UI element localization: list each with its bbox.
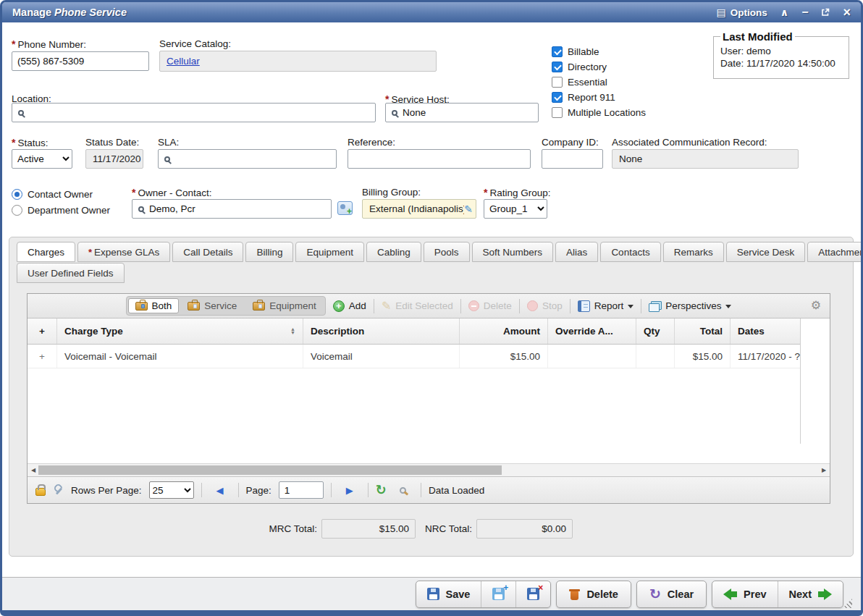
prev-next-button-group: Prev Next <box>712 581 843 608</box>
department-owner-radio[interactable] <box>12 205 22 216</box>
view-both-button[interactable]: Both <box>128 298 180 313</box>
next-page-icon[interactable]: ▶ <box>339 485 361 496</box>
briefcase-service-icon <box>188 302 200 311</box>
lock-icon[interactable] <box>35 488 46 496</box>
tab-equipment[interactable]: Equipment <box>295 242 364 262</box>
essential-checkbox[interactable] <box>552 77 563 88</box>
tab-billing[interactable]: Billing <box>245 242 293 262</box>
minimize-icon[interactable]: − <box>801 7 808 18</box>
scroll-left-icon[interactable]: ◀ <box>28 464 39 476</box>
location-field[interactable] <box>12 103 376 122</box>
next-arrow-icon <box>818 588 832 600</box>
column-header-description[interactable]: Description <box>303 318 459 344</box>
gear-icon[interactable]: ⚙ <box>811 300 821 311</box>
toolbar-separator <box>374 299 374 313</box>
save-and-new-button[interactable]: + <box>481 581 515 607</box>
report-911-checkbox[interactable] <box>552 92 563 103</box>
wrench-icon[interactable] <box>53 485 64 496</box>
prev-button[interactable]: Prev <box>712 581 777 607</box>
titlebar: Manage Phone Service ▤ Options ∧ − × <box>2 2 861 22</box>
delete-row-button[interactable]: Delete <box>468 300 512 311</box>
tab-service-desk[interactable]: Service Desk <box>726 242 806 262</box>
column-header-total[interactable]: Total <box>674 318 730 344</box>
edit-selected-button[interactable]: ✎Edit Selected <box>382 300 453 312</box>
row-expand-toggle[interactable]: + <box>28 345 56 368</box>
toolbar-separator <box>519 299 520 313</box>
column-header-override-amount[interactable]: Override A... <box>547 318 636 344</box>
rows-per-page-label: Rows Per Page: <box>71 485 142 496</box>
save-button[interactable]: Save <box>416 581 481 607</box>
stop-button[interactable]: Stop <box>527 300 563 311</box>
cell-charge-type: Voicemail - Voicemail <box>56 345 303 368</box>
tab-user-defined-fields[interactable]: User Defined Fields <box>17 263 125 283</box>
tab-contacts[interactable]: Contacts <box>600 242 660 262</box>
service-catalog-link[interactable]: Cellular <box>167 56 200 67</box>
data-loaded-status: Data Loaded <box>429 485 484 496</box>
next-button[interactable]: Next <box>778 581 843 607</box>
directory-checkbox[interactable] <box>552 62 563 72</box>
phone-number-field[interactable] <box>12 51 149 71</box>
search-icon <box>164 156 170 162</box>
tab-expense-glas[interactable]: *Expense GLAs <box>77 242 170 262</box>
add-contact-icon[interactable] <box>337 201 353 215</box>
report-911-checkbox-row: Report 911 <box>552 92 615 103</box>
page-input[interactable] <box>279 481 324 499</box>
prev-page-icon[interactable]: ◀ <box>209 485 231 496</box>
tab-soft-numbers[interactable]: Soft Numbers <box>472 242 554 262</box>
multiple-locations-checkbox[interactable] <box>552 107 563 118</box>
phone-number-label: *Phone Number: <box>12 38 86 50</box>
billable-checkbox[interactable] <box>552 46 563 57</box>
view-equipment-button[interactable]: Equipment <box>245 298 324 313</box>
tab-attachments[interactable]: Attachments <box>807 242 863 262</box>
save-new-icon: + <box>492 588 505 600</box>
perspectives-icon <box>649 301 661 311</box>
table-row[interactable]: + Voicemail - Voicemail Voicemail $15.00… <box>28 345 801 368</box>
view-service-button[interactable]: Service <box>180 298 244 313</box>
service-host-field[interactable]: None <box>385 103 539 122</box>
rows-per-page-select[interactable]: 25 <box>149 481 194 499</box>
company-id-field[interactable] <box>542 149 603 169</box>
report-button[interactable]: Report <box>578 300 634 312</box>
stop-icon <box>527 300 538 311</box>
tab-alias[interactable]: Alias <box>555 242 598 262</box>
edit-pencil-icon[interactable]: ✎ <box>464 204 473 214</box>
column-header-dates[interactable]: Dates <box>730 318 801 344</box>
popout-icon[interactable] <box>821 8 830 17</box>
add-button[interactable]: Add <box>333 300 366 312</box>
status-select[interactable]: Active <box>12 149 72 169</box>
owner-contact-field[interactable]: Demo, Pcr <box>132 199 332 219</box>
save-and-close-button[interactable]: × <box>515 581 550 607</box>
pagination-bar: Rows Per Page: 25 ◀ Page: ▶ ↻ Data Loade… <box>28 476 830 503</box>
column-header-charge-type[interactable]: Charge Type▲▼ <box>56 318 303 344</box>
tab-remarks[interactable]: Remarks <box>663 242 724 262</box>
search-grid-icon[interactable] <box>400 487 406 494</box>
scroll-right-icon[interactable]: ▶ <box>818 464 830 476</box>
collapse-icon[interactable]: ∧ <box>780 7 788 17</box>
scrollbar-thumb[interactable] <box>38 465 502 475</box>
contact-owner-radio[interactable] <box>12 189 22 200</box>
options-button[interactable]: ▤ Options <box>717 7 767 18</box>
close-icon[interactable]: × <box>843 6 851 19</box>
tab-cabling[interactable]: Cabling <box>366 242 421 262</box>
tab-pools[interactable]: Pools <box>424 242 470 262</box>
pager-separator <box>331 483 332 497</box>
delete-button[interactable]: Delete <box>556 581 631 608</box>
rating-group-select[interactable]: Group_1 <box>484 199 547 219</box>
sla-field[interactable] <box>158 149 337 169</box>
tab-charges[interactable]: Charges <box>17 242 75 262</box>
tab-call-details[interactable]: Call Details <box>172 242 243 262</box>
perspectives-button[interactable]: Perspectives <box>649 300 731 311</box>
last-modified-panel: Last Modified User: demo Date: 11/17/202… <box>713 30 849 79</box>
expand-all-header[interactable]: + <box>28 318 56 344</box>
clear-button[interactable]: ↻Clear <box>636 581 707 608</box>
options-icon: ▤ <box>717 7 726 17</box>
save-button-group: Save + × <box>416 581 552 608</box>
last-modified-title: Last Modified <box>720 30 795 43</box>
horizontal-scrollbar[interactable]: ◀ ▶ <box>28 463 830 476</box>
refresh-icon[interactable]: ↻ <box>376 484 387 497</box>
status-date-field: 11/17/2020 <box>85 149 143 169</box>
delete-minus-icon <box>468 300 479 311</box>
column-header-amount[interactable]: Amount <box>459 318 547 344</box>
column-header-qty[interactable]: Qty <box>636 318 674 344</box>
reference-field[interactable] <box>348 149 531 169</box>
